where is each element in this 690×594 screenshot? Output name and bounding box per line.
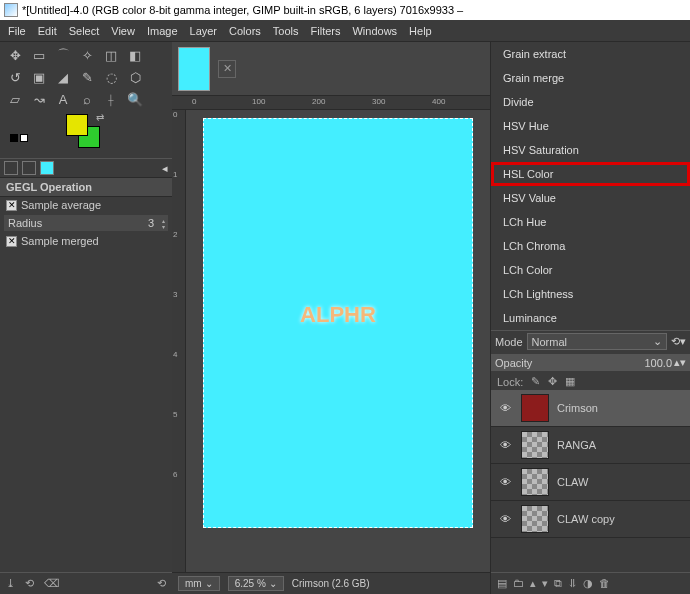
sample-merged-checkbox[interactable]: ✕ [6, 236, 17, 247]
mode-label: Mode [495, 336, 523, 348]
radius-spin[interactable]: Radius 3 ▴▾ [4, 215, 168, 231]
layers-buttons: ▤ 🗀 ▴ ▾ ⧉ ⥥ ◑ 🗑 [491, 572, 690, 594]
layer-row[interactable]: 👁Crimson [491, 390, 690, 427]
default-colors-icon[interactable] [10, 134, 28, 142]
blend-mode-hsv-hue[interactable]: HSV Hue [491, 114, 690, 138]
lasso-tool-icon[interactable]: ⌒ [54, 46, 72, 64]
menu-colors[interactable]: Colors [229, 25, 261, 37]
image-thumb[interactable] [178, 47, 210, 91]
bucket-tool-icon[interactable]: ▣ [30, 68, 48, 86]
new-layer-icon[interactable]: ▤ [497, 577, 507, 590]
tool-options-tab-icon[interactable] [4, 161, 18, 175]
lower-layer-icon[interactable]: ▾ [542, 577, 548, 590]
tab-menu-icon[interactable]: ◂ [162, 162, 168, 175]
move-tool-icon[interactable]: ✥ [6, 46, 24, 64]
smudge-tool-icon[interactable]: ▱ [6, 90, 24, 108]
toolbox: ✥ ▭ ⌒ ✧ ◫ ◧ ↺ ▣ ◢ ✎ ◌ ⬡ ▱ ↝ A ⌕ ⟊ 🔍 [0, 42, 172, 158]
close-image-icon[interactable]: ✕ [218, 60, 236, 78]
lock-row: Lock: ✎ ✥ ▦ [491, 373, 690, 390]
measure-tool-icon[interactable]: ⟊ [102, 90, 120, 108]
ruler-vertical: 0123456 [172, 110, 186, 572]
blend-mode-hsl-color[interactable]: HSL Color [491, 162, 690, 186]
reset-icon[interactable]: ⟲ [25, 577, 34, 590]
layer-row[interactable]: 👁RANGA [491, 427, 690, 464]
clone-tool-icon[interactable]: ⬡ [126, 68, 144, 86]
transform-tool-icon[interactable]: ◧ [126, 46, 144, 64]
visibility-eye-icon[interactable]: 👁 [497, 476, 513, 488]
color-swatches[interactable]: ⇄ [66, 114, 166, 154]
blend-mode-hsv-saturation[interactable]: HSV Saturation [491, 138, 690, 162]
layer-group-icon[interactable]: 🗀 [513, 577, 524, 590]
gradient-tool-icon[interactable]: ◢ [54, 68, 72, 86]
save-preset-icon[interactable]: ⤓ [6, 577, 15, 590]
mask-layer-icon[interactable]: ◑ [583, 577, 593, 590]
lock-alpha-icon[interactable]: ▦ [565, 375, 575, 388]
menu-layer[interactable]: Layer [190, 25, 218, 37]
image-tabs: ✕ [172, 42, 490, 96]
ruler-horizontal: 0100200300400 [172, 96, 490, 110]
text-tool-icon[interactable]: A [54, 90, 72, 108]
sample-average-checkbox[interactable]: ✕ [6, 200, 17, 211]
rect-select-tool-icon[interactable]: ▭ [30, 46, 48, 64]
blend-mode-grain-extract[interactable]: Grain extract [491, 42, 690, 66]
merge-layer-icon[interactable]: ⥥ [568, 577, 577, 590]
blend-mode-menu[interactable]: Grain extractGrain mergeDivideHSV HueHSV… [491, 42, 690, 330]
duplicate-layer-icon[interactable]: ⧉ [554, 577, 562, 590]
canvas-viewport[interactable]: ALPHR [186, 110, 490, 572]
visibility-eye-icon[interactable]: 👁 [497, 513, 513, 525]
main-menubar[interactable]: FileEditSelectViewImageLayerColorsToolsF… [0, 20, 690, 42]
image-tab-icon[interactable] [40, 161, 54, 175]
blend-mode-luminance[interactable]: Luminance [491, 306, 690, 330]
menu-tools[interactable]: Tools [273, 25, 299, 37]
menu-windows[interactable]: Windows [352, 25, 397, 37]
blend-mode-lch-chroma[interactable]: LCh Chroma [491, 234, 690, 258]
opacity-slider[interactable]: Opacity 100.0 ▴▾ [491, 354, 690, 371]
lock-position-icon[interactable]: ✥ [548, 375, 557, 388]
blend-mode-grain-merge[interactable]: Grain merge [491, 66, 690, 90]
layer-row[interactable]: 👁CLAW [491, 464, 690, 501]
blend-mode-divide[interactable]: Divide [491, 90, 690, 114]
mode-reset-icon[interactable]: ⟲▾ [671, 335, 686, 348]
wand-tool-icon[interactable]: ✧ [78, 46, 96, 64]
layer-row[interactable]: 👁CLAW copy [491, 501, 690, 538]
blend-mode-lch-color[interactable]: LCh Color [491, 258, 690, 282]
layer-thumb [521, 468, 549, 496]
blend-mode-lch-lightness[interactable]: LCh Lightness [491, 282, 690, 306]
path-tool-icon[interactable]: ↝ [30, 90, 48, 108]
radius-down-icon[interactable]: ▾ [158, 223, 168, 229]
reset-all-icon[interactable]: ⟲ [157, 577, 166, 590]
eraser-tool-icon[interactable]: ◌ [102, 68, 120, 86]
blend-mode-hsv-value[interactable]: HSV Value [491, 186, 690, 210]
menu-select[interactable]: Select [69, 25, 100, 37]
window-title: *[Untitled]-4.0 (RGB color 8-bit gamma i… [22, 4, 463, 16]
warp-tool-icon[interactable]: ↺ [6, 68, 24, 86]
device-status-tab-icon[interactable] [22, 161, 36, 175]
swap-colors-icon[interactable]: ⇄ [96, 112, 104, 123]
menu-edit[interactable]: Edit [38, 25, 57, 37]
menu-help[interactable]: Help [409, 25, 432, 37]
raise-layer-icon[interactable]: ▴ [530, 577, 536, 590]
unit-select[interactable]: mm⌄ [178, 576, 220, 591]
delete-layer-icon[interactable]: 🗑 [599, 577, 610, 590]
visibility-eye-icon[interactable]: 👁 [497, 439, 513, 451]
visibility-eye-icon[interactable]: 👁 [497, 402, 513, 414]
canvas-text-layer: ALPHR [300, 302, 376, 328]
fg-color-swatch[interactable] [66, 114, 88, 136]
brush-tool-icon[interactable]: ✎ [78, 68, 96, 86]
menu-image[interactable]: Image [147, 25, 178, 37]
picker-tool-icon[interactable]: ⌕ [78, 90, 96, 108]
canvas[interactable]: ALPHR [203, 118, 473, 528]
delete-preset-icon[interactable]: ⌫ [44, 577, 60, 590]
mode-dropdown[interactable]: Normal⌄ [527, 333, 667, 350]
menu-view[interactable]: View [111, 25, 135, 37]
mode-row: Mode Normal⌄ ⟲▾ [491, 330, 690, 352]
zoom-tool-icon[interactable]: 🔍 [126, 90, 144, 108]
lock-pixels-icon[interactable]: ✎ [531, 375, 540, 388]
layer-thumb [521, 431, 549, 459]
blend-mode-lch-hue[interactable]: LCh Hue [491, 210, 690, 234]
status-layer-info: Crimson (2.6 GB) [292, 578, 370, 589]
menu-file[interactable]: File [8, 25, 26, 37]
zoom-select[interactable]: 6.25 %⌄ [228, 576, 284, 591]
menu-filters[interactable]: Filters [311, 25, 341, 37]
crop-tool-icon[interactable]: ◫ [102, 46, 120, 64]
